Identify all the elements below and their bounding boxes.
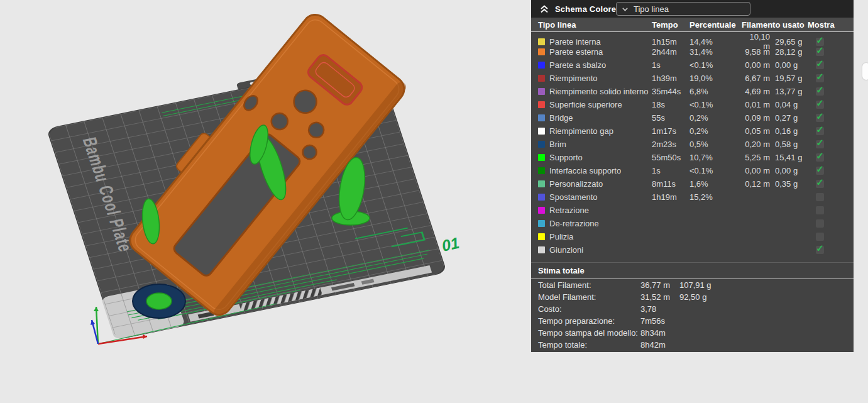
show-checkbox[interactable]: ✓ bbox=[816, 48, 824, 56]
grams-cell: 0,16 g bbox=[770, 126, 808, 136]
show-checkbox[interactable]: ✓ bbox=[816, 193, 824, 201]
show-checkbox[interactable]: ✓ bbox=[816, 87, 824, 96]
show-checkbox[interactable]: ✓ bbox=[816, 233, 824, 241]
meters-cell: 9,58 m bbox=[742, 47, 770, 57]
view-type-dropdown[interactable]: Tipo linea bbox=[616, 2, 750, 16]
panel-header: Schema Colore Tipo linea bbox=[531, 0, 854, 18]
color-swatch bbox=[538, 246, 545, 253]
color-swatch bbox=[538, 141, 545, 148]
line-type-label: De-retrazione bbox=[549, 219, 652, 228]
viewport-3d[interactable]: Bambu Cool Plate 01 bbox=[0, 0, 531, 403]
percent-cell: 6,8% bbox=[689, 87, 742, 96]
x-axis-arrow bbox=[143, 334, 147, 339]
grams-cell: 19,57 g bbox=[770, 74, 808, 83]
check-icon: ✓ bbox=[815, 45, 825, 55]
meters-cell: 4,69 m bbox=[742, 87, 770, 96]
meters-cell: 5,25 m bbox=[742, 153, 770, 162]
plate-number-label[interactable]: 01 bbox=[440, 234, 461, 255]
grams-cell: 0,27 g bbox=[770, 113, 808, 123]
meters-cell: 0,01 m bbox=[742, 100, 770, 109]
show-checkbox[interactable]: ✓ bbox=[816, 246, 824, 254]
table-row: Giunzioni ✓ bbox=[531, 243, 854, 257]
show-checkbox[interactable]: ✓ bbox=[816, 167, 824, 175]
line-type-label: Parete esterna bbox=[549, 47, 652, 57]
time-cell: 1h19m bbox=[652, 192, 689, 202]
table-row: Superficie superiore 18s <0.1% 0,01 m 0,… bbox=[531, 98, 854, 111]
total-value: 31,52 m bbox=[640, 292, 679, 302]
totals-row: Tempo stampa del modello: 8h34m bbox=[531, 327, 854, 339]
grams-cell: 28,12 g bbox=[770, 47, 808, 57]
chevron-down-icon bbox=[622, 6, 629, 13]
show-checkbox[interactable]: ✓ bbox=[816, 140, 824, 148]
check-icon: ✓ bbox=[815, 35, 825, 45]
show-checkbox[interactable]: ✓ bbox=[816, 127, 824, 135]
totals-section: Stima totale Total Filament: 36,77 m 107… bbox=[531, 262, 854, 351]
table-row: Parete esterna 2h44m 31,4% 9,58 m 28,12 … bbox=[531, 45, 854, 58]
line-type-label: Brim bbox=[549, 140, 652, 149]
totals-row: Costo: 3,78 bbox=[531, 303, 854, 315]
total-value-2: 92,50 g bbox=[679, 292, 854, 302]
check-icon: ✓ bbox=[815, 243, 825, 253]
dropdown-selected-value: Tipo linea bbox=[634, 4, 669, 14]
show-checkbox[interactable]: ✓ bbox=[816, 114, 824, 122]
table-row: Spostamento 1h19m 15,2% ✓ bbox=[531, 190, 854, 204]
show-checkbox[interactable]: ✓ bbox=[816, 101, 824, 109]
meters-cell: 0,20 m bbox=[742, 140, 770, 149]
total-value: 36,77 m bbox=[640, 280, 679, 290]
totals-heading: Stima totale bbox=[531, 263, 854, 279]
show-checkbox[interactable]: ✓ bbox=[816, 153, 824, 162]
show-checkbox[interactable]: ✓ bbox=[816, 219, 824, 228]
meters-cell: 0,12 m bbox=[742, 179, 770, 189]
percent-cell: 0,2% bbox=[689, 113, 742, 123]
column-header-filament: Filamento usato bbox=[742, 20, 808, 30]
line-type-label: Personalizzato bbox=[549, 179, 652, 189]
grams-cell: 0,58 g bbox=[770, 140, 808, 149]
show-checkbox[interactable]: ✓ bbox=[816, 206, 824, 214]
meters-cell: 0,05 m bbox=[742, 126, 770, 136]
color-swatch bbox=[538, 180, 545, 187]
color-swatch bbox=[538, 128, 545, 135]
grams-cell: 13,77 g bbox=[770, 87, 808, 96]
total-label: Tempo stampa del modello: bbox=[538, 328, 640, 338]
totals-row: Model Filament: 31,52 m 92,50 g bbox=[531, 291, 854, 303]
meters-cell: 0,00 m bbox=[742, 166, 770, 175]
check-icon: ✓ bbox=[815, 85, 825, 94]
check-icon: ✓ bbox=[815, 177, 825, 187]
color-swatch bbox=[538, 207, 545, 214]
total-label: Total Filament: bbox=[538, 280, 640, 290]
percent-cell: <0.1% bbox=[689, 166, 742, 175]
color-scheme-panel: Schema Colore Tipo linea Tipo linea Temp… bbox=[531, 0, 854, 352]
check-icon: ✓ bbox=[815, 58, 825, 68]
check-icon: ✓ bbox=[815, 111, 825, 121]
percent-cell: 14,4% bbox=[689, 37, 742, 47]
show-checkbox[interactable]: ✓ bbox=[816, 180, 824, 188]
show-checkbox[interactable]: ✓ bbox=[816, 74, 824, 82]
percent-cell: 0,5% bbox=[689, 140, 742, 149]
color-swatch bbox=[538, 154, 545, 161]
collapse-icon[interactable] bbox=[539, 4, 549, 14]
line-type-label: Spostamento bbox=[549, 192, 652, 202]
time-cell: 1h39m bbox=[652, 74, 689, 83]
scene-svg: Bambu Cool Plate 01 bbox=[0, 0, 531, 403]
total-label: Tempo preparazione: bbox=[538, 316, 640, 326]
line-type-label: Pulizia bbox=[549, 232, 652, 241]
line-type-label: Riempimento gap bbox=[549, 126, 652, 136]
line-type-label: Superficie superiore bbox=[549, 100, 652, 109]
check-icon: ✓ bbox=[815, 151, 825, 160]
time-cell: 55s bbox=[652, 113, 689, 123]
totals-row: Total Filament: 36,77 m 107,91 g bbox=[531, 279, 854, 291]
column-header-show: Mostra bbox=[808, 20, 824, 30]
time-cell: 2m23s bbox=[652, 140, 689, 149]
time-cell: 1s bbox=[652, 166, 689, 175]
line-type-label: Supporto bbox=[549, 153, 652, 162]
line-type-label: Bridge bbox=[549, 113, 652, 123]
table-row: Riempimento gap 1m17s 0,2% 0,05 m 0,16 g… bbox=[531, 124, 854, 138]
percent-cell: 15,2% bbox=[689, 192, 742, 202]
check-icon: ✓ bbox=[815, 138, 825, 147]
show-checkbox[interactable]: ✓ bbox=[816, 61, 824, 69]
table-row: Parete interna 1h15m 14,4% 10,10 m 29,65… bbox=[531, 32, 854, 45]
time-cell: 1h15m bbox=[652, 37, 689, 47]
check-icon: ✓ bbox=[815, 164, 825, 174]
layer-slider-handle[interactable] bbox=[862, 63, 868, 80]
grams-cell: 0,00 g bbox=[770, 60, 808, 70]
